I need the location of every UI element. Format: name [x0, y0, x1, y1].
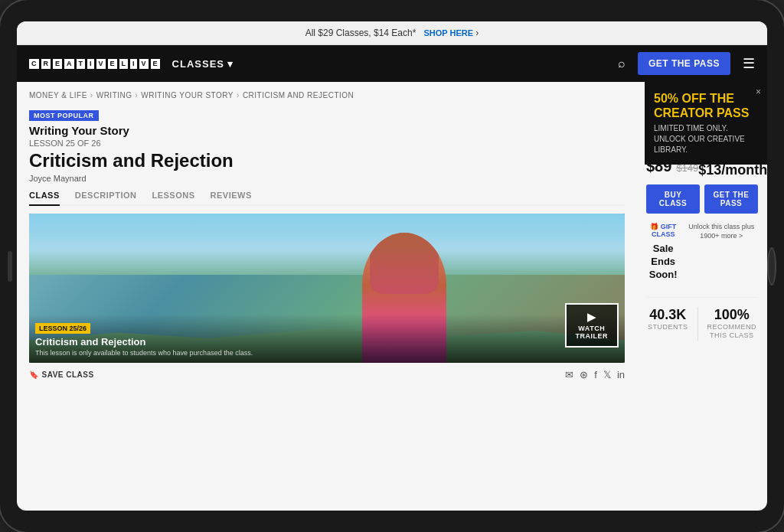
facebook-icon[interactable]: f — [594, 369, 597, 380]
breadcrumb: MONEY & LIFE › WRITING › WRITING YOUR ST… — [29, 91, 625, 100]
logo-t: T — [77, 59, 86, 69]
content-area: MONEY & LIFE › WRITING › WRITING YOUR ST… — [17, 82, 767, 511]
email-icon[interactable]: ✉ — [565, 369, 573, 380]
watch-trailer-button[interactable]: ▶ WATCHTRAILER — [565, 303, 619, 348]
logo-i2: I — [130, 59, 137, 69]
shop-link[interactable]: SHOP HERE — [423, 28, 473, 38]
pricing-buttons: BUY CLASS GET THE PASS — [646, 184, 758, 214]
tab-reviews[interactable]: REVIEWS — [211, 191, 252, 204]
video-landscape — [29, 214, 625, 275]
pinterest-icon[interactable]: ⊛ — [580, 369, 588, 380]
top-banner: All $29 Classes, $14 Each* SHOP HERE › — [17, 21, 767, 45]
logo-r: R — [41, 59, 51, 69]
video-lesson-badge: LESSON 25/26 — [35, 323, 90, 334]
menu-icon[interactable]: ☰ — [743, 55, 755, 72]
tab-description[interactable]: DESCRIPTION — [75, 191, 137, 204]
buy-class-button[interactable]: BUY CLASS — [646, 184, 700, 214]
social-icons: ✉ ⊛ f 𝕏 in — [565, 369, 625, 380]
most-popular-badge: MOST POPULAR — [29, 110, 99, 121]
breadcrumb-item-3[interactable]: CRITICISM AND REJECTION — [243, 91, 354, 100]
lesson-title: Criticism and Rejection — [29, 151, 625, 171]
get-pass-button[interactable]: GET THE PASS — [704, 184, 758, 214]
stat-recommend: 100% RECOMMENDTHIS CLASS — [707, 307, 757, 341]
stat-recommend-value: 100% — [707, 307, 757, 323]
logo-e2: E — [108, 59, 117, 69]
breadcrumb-sep-2: › — [237, 91, 240, 100]
breadcrumb-sep-0: › — [90, 91, 93, 100]
breadcrumb-sep-1: › — [136, 91, 139, 100]
logo-c: C — [29, 59, 39, 69]
pricing-area: $89 $149 starting at $13/month* BUY CLAS… — [646, 152, 758, 341]
stat-students: 40.3K STUDENTS — [648, 307, 688, 341]
video-restricted-text: This lesson is only available to student… — [35, 349, 619, 357]
stat-recommend-label: RECOMMENDTHIS CLASS — [707, 323, 757, 341]
tablet-button-left — [8, 251, 12, 282]
logo-i: I — [87, 59, 94, 69]
promo-popup: × 50% Off the Creator Pass Limited Time … — [645, 82, 767, 165]
bookmark-icon: 🔖 — [29, 370, 39, 379]
nav-classes-button[interactable]: CLASSES ▾ — [172, 58, 234, 70]
nav-bar: C R E A T I V E L I V E CLASSES ▾ ⌕ GET … — [17, 45, 767, 82]
get-pass-nav-button[interactable]: GET THE PASS — [638, 52, 730, 75]
play-icon: ▶ — [587, 311, 596, 323]
save-class-row: 🔖 SAVE CLASS ✉ ⊛ f 𝕏 in — [29, 369, 625, 380]
promo-close-button[interactable]: × — [756, 86, 761, 97]
logo-e3: E — [151, 59, 160, 69]
tablet-frame: All $29 Classes, $14 Each* SHOP HERE › C… — [0, 0, 784, 532]
right-panel: × 50% Off the Creator Pass Limited Time … — [637, 82, 767, 511]
lesson-info: LESSON 25 OF 26 — [29, 139, 625, 148]
tablet-button-right — [767, 247, 776, 286]
watch-trailer-label: WATCHTRAILER — [576, 325, 609, 340]
save-class-label: SAVE CLASS — [42, 370, 94, 379]
tab-class[interactable]: CLASS — [29, 191, 60, 206]
promo-percent-text: 50% Off the Creator Pass — [654, 91, 758, 120]
search-icon[interactable]: ⌕ — [618, 57, 626, 70]
video-lesson-title: Criticism and Rejection — [35, 336, 619, 348]
banner-arrow: › — [475, 28, 479, 38]
logo-a: A — [64, 59, 74, 69]
stat-students-label: STUDENTS — [648, 323, 688, 332]
tabs: CLASS DESCRIPTION LESSONS REVIEWS — [29, 191, 625, 206]
breadcrumb-item-2[interactable]: WRITING YOUR STORY — [141, 91, 234, 100]
tab-lessons[interactable]: LESSONS — [152, 191, 194, 204]
gift-class-link[interactable]: 🎁 GIFT CLASS — [646, 223, 680, 238]
logo-v: V — [96, 59, 106, 69]
promo-body-text: Limited Time Only. Unlock Our Creative L… — [654, 123, 758, 155]
unlock-text[interactable]: Unlock this class plus 1900+ more > — [684, 223, 758, 282]
save-class-button[interactable]: 🔖 SAVE CLASS — [29, 370, 94, 379]
screen: All $29 Classes, $14 Each* SHOP HERE › C… — [17, 21, 767, 511]
linkedin-icon[interactable]: in — [617, 369, 625, 380]
logo-v2: V — [139, 59, 149, 69]
sale-ends: Sale EndsSoon! — [646, 243, 680, 282]
logo-e: E — [53, 59, 62, 69]
video-overlay: LESSON 25/26 Criticism and Rejection Thi… — [29, 314, 625, 363]
breadcrumb-item-1[interactable]: WRITING — [96, 91, 132, 100]
logo-l: L — [119, 59, 129, 69]
banner-text: All $29 Classes, $14 Each* — [305, 28, 416, 38]
twitter-icon[interactable]: 𝕏 — [603, 369, 611, 380]
instructor-name: Joyce Maynard — [29, 174, 625, 183]
breadcrumb-item-0[interactable]: MONEY & LIFE — [29, 91, 87, 100]
stat-students-value: 40.3K — [648, 307, 688, 323]
left-panel: MONEY & LIFE › WRITING › WRITING YOUR ST… — [17, 82, 637, 511]
video-container: LESSON 25/26 Criticism and Rejection Thi… — [29, 214, 625, 363]
logo[interactable]: C R E A T I V E L I V E — [29, 59, 160, 69]
class-title: Writing Your Story — [29, 124, 625, 137]
